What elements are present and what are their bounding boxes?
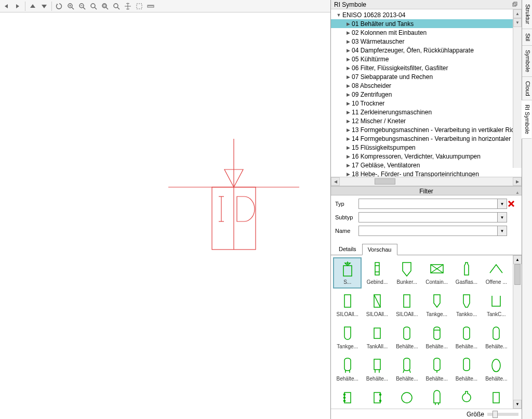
arrow-right-icon[interactable]: ▶ [345, 83, 351, 88]
zoom-fit-icon[interactable] [88, 1, 99, 11]
chevron-down-icon[interactable]: ▼ [497, 226, 507, 235]
collapse-icon[interactable]: ▲ [515, 188, 520, 198]
chevron-down-icon[interactable]: ▼ [497, 199, 507, 208]
gallery-item[interactable]: Behälte... [482, 322, 511, 353]
side-tab[interactable]: RI Symbole [522, 100, 531, 139]
gallery-item[interactable]: TankAll... [363, 322, 391, 353]
tree-item[interactable]: ▶03 Wärmetauscher [331, 37, 522, 46]
scroll-down-icon[interactable]: ▼ [513, 18, 522, 27]
filter-typ-combo[interactable]: ▼ [358, 199, 507, 209]
gallery-item[interactable]: Behälte... [452, 322, 481, 353]
scroll-down-icon[interactable]: ▼ [513, 400, 522, 409]
gallery-item[interactable]: TankC... [482, 290, 511, 321]
undo-button[interactable] [1, 1, 11, 11]
zoom-window-icon[interactable] [111, 1, 122, 11]
symbol-tree[interactable]: ▼ ENISO 10628 2013-04 ▶01 Behälter und T… [331, 9, 522, 177]
arrow-right-icon[interactable]: ▶ [345, 66, 351, 71]
arrow-right-icon[interactable]: ▶ [345, 74, 351, 80]
gallery-item[interactable]: SILOAll... [363, 290, 391, 321]
scroll-up-icon[interactable]: ▲ [513, 9, 522, 18]
tree-item[interactable]: ▶12 Mischer / Kneter [331, 116, 522, 125]
arrow-right-icon[interactable]: ▶ [345, 127, 351, 133]
scroll-up-icon[interactable]: ▲ [513, 255, 522, 264]
tree-item[interactable]: ▶08 Abscheider [331, 81, 522, 90]
tree-item[interactable]: ▶01 Behälter und Tanks [331, 19, 522, 28]
drawing-canvas[interactable] [0, 12, 330, 419]
gallery-item[interactable]: Behälte... [393, 322, 421, 353]
up-icon[interactable] [28, 1, 38, 11]
arrow-right-icon[interactable]: ▶ [345, 154, 351, 159]
gallery-item[interactable]: Gebind... [363, 257, 391, 289]
arrow-right-icon[interactable]: ▶ [345, 110, 351, 115]
tree-item[interactable]: ▶02 Kolonnen mit Einbauten [331, 28, 522, 37]
arrow-right-icon[interactable]: ▶ [345, 48, 351, 53]
filter-subtyp-combo[interactable]: ▼ [358, 212, 507, 222]
arrow-right-icon[interactable]: ▶ [345, 119, 351, 124]
arrow-right-icon[interactable]: ▶ [345, 136, 351, 141]
gallery-item[interactable]: Contain... [422, 257, 451, 289]
tree-item[interactable]: ▶09 Zentrifugen [331, 90, 522, 99]
arrow-right-icon[interactable]: ▶ [345, 92, 351, 97]
chevron-down-icon[interactable]: ▼ [497, 213, 507, 222]
gallery-item[interactable]: SILOAll... [393, 290, 421, 321]
arrow-right-icon[interactable]: ▶ [345, 145, 351, 150]
arrow-down-icon[interactable]: ▼ [336, 12, 341, 18]
arrow-right-icon[interactable]: ▶ [345, 172, 351, 177]
zoom-in-icon[interactable] [65, 1, 76, 11]
tree-item[interactable]: ▶13 Formgebungsmaschinen - Verarbeitung … [331, 125, 522, 134]
gallery-item[interactable]: Behälte... [393, 354, 421, 385]
tree-item[interactable]: ▶11 Zerkleinerungsmaschinen [331, 108, 522, 116]
filter-clear-button[interactable] [507, 200, 517, 208]
tree-hscrollbar[interactable]: ◀ ▶ [331, 177, 522, 186]
scroll-right-icon[interactable]: ▶ [513, 177, 522, 186]
symbol-gallery[interactable]: S...Gebind...Bunker...Contain...Gasflas.… [331, 255, 513, 409]
side-tab[interactable]: Stil [522, 29, 532, 46]
gallery-item[interactable]: Gasflas... [452, 257, 481, 289]
pan-icon[interactable] [123, 1, 133, 11]
gallery-item[interactable] [393, 386, 421, 409]
gallery-item[interactable] [452, 386, 481, 409]
arrow-right-icon[interactable]: ▶ [345, 101, 351, 106]
down-icon[interactable] [39, 1, 49, 11]
arrow-right-icon[interactable]: ▶ [345, 57, 351, 62]
refresh-icon[interactable] [54, 1, 64, 11]
gallery-item[interactable]: Offene ... [482, 257, 511, 289]
gallery-item[interactable]: Bunker... [393, 257, 421, 289]
tab-vorschau[interactable]: Vorschau [362, 244, 397, 255]
side-tab[interactable]: Cloud [522, 77, 532, 101]
tab-details[interactable]: Details [333, 243, 362, 255]
tree-item[interactable]: ▶05 Kühltürme [331, 55, 522, 63]
zoom-out-icon[interactable] [77, 1, 87, 11]
gallery-item[interactable]: Tankge... [333, 322, 362, 353]
tree-item[interactable]: ▶16 Kompressoren, Verdichter, Vakuumpump… [331, 152, 522, 161]
panel-undock-icon[interactable] [512, 2, 518, 8]
gallery-item[interactable]: Behälte... [422, 354, 451, 385]
tree-vscrollbar[interactable]: ▲ ▼ [513, 9, 522, 168]
gallery-item[interactable]: Behälte... [452, 354, 481, 385]
arrow-right-icon[interactable]: ▶ [345, 163, 351, 168]
tree-item[interactable]: ▶06 Filter, Flüssigkeitsfilter, Gasfilte… [331, 63, 522, 72]
zoom-page-icon[interactable] [100, 1, 110, 11]
redo-button[interactable] [12, 1, 23, 11]
gallery-item[interactable]: Behälte... [333, 354, 362, 385]
gallery-item[interactable] [333, 386, 362, 409]
gallery-item[interactable]: Tankko... [452, 290, 481, 321]
measure-icon[interactable] [145, 1, 156, 11]
filter-name-combo[interactable]: ▼ [358, 226, 507, 236]
tree-root[interactable]: ▼ ENISO 10628 2013-04 [331, 10, 522, 19]
tree-item[interactable]: ▶07 Siebapparate und Rechen [331, 72, 522, 81]
gallery-item[interactable]: Tankge... [422, 290, 451, 321]
select-icon[interactable] [134, 1, 144, 11]
arrow-right-icon[interactable]: ▶ [345, 39, 351, 44]
gallery-item[interactable] [422, 386, 451, 409]
side-tab[interactable]: Struktur [522, 0, 532, 29]
gallery-item[interactable] [482, 386, 511, 409]
tree-item[interactable]: ▶04 Dampferzeuger, Öfen, Rückkühlapparat… [331, 46, 522, 55]
gallery-item[interactable]: Behälte... [363, 354, 391, 385]
tree-item[interactable]: ▶15 Flüssigkeitspumpen [331, 143, 522, 152]
gallery-item[interactable]: SILOAll... [333, 290, 362, 321]
gallery-vscrollbar[interactable]: ▲ ▼ [513, 255, 522, 409]
tree-item[interactable]: ▶17 Gebläse, Ventilatoren [331, 161, 522, 169]
arrow-right-icon[interactable]: ▶ [345, 21, 351, 27]
tree-item[interactable]: ▶14 Formgebungsmaschinen - Verarbeitung … [331, 134, 522, 143]
